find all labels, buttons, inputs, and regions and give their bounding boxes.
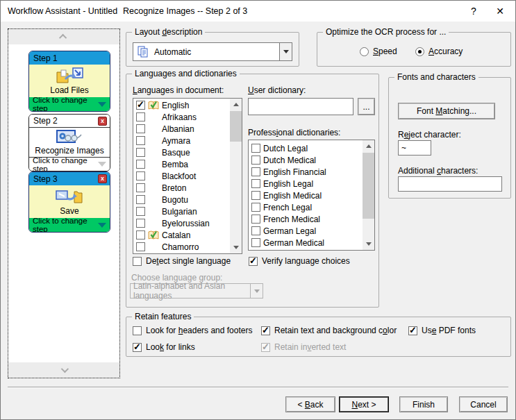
- step3-title: Step 3: [33, 174, 58, 184]
- language-checkbox[interactable]: [136, 160, 145, 169]
- use-pdf-fonts-row[interactable]: Use PDF fonts: [408, 326, 476, 335]
- dictionary-checkbox[interactable]: [251, 203, 260, 212]
- verify-language-choices-checkbox[interactable]: [249, 257, 258, 266]
- verify-language-choices-row[interactable]: Verify language choices: [249, 256, 350, 266]
- step-card-save[interactable]: Step 3 x Save Click to change step: [28, 171, 110, 233]
- dictionary-checkbox[interactable]: [251, 156, 260, 165]
- steps-scroll-down[interactable]: [8, 362, 119, 378]
- language-row[interactable]: Blackfoot: [133, 170, 230, 182]
- accuracy-radio-row[interactable]: Accuracy: [415, 47, 463, 56]
- step-card-load-files[interactable]: Step 1 Load Files Click to change step: [28, 51, 110, 112]
- language-row[interactable]: Catalan: [133, 229, 230, 241]
- professional-dictionaries-listbox[interactable]: Dutch Legal Dutch Medical English Financ…: [248, 140, 375, 251]
- language-row[interactable]: English: [133, 99, 230, 111]
- font-matching-button[interactable]: Font Matching...: [398, 103, 495, 119]
- language-checkbox[interactable]: [136, 171, 145, 180]
- step3-change-bar[interactable]: Click to change step: [29, 218, 110, 232]
- language-row[interactable]: Byelorussian: [133, 217, 230, 229]
- browse-dictionary-button[interactable]: ...: [358, 98, 375, 115]
- step-card-recognize-images[interactable]: Step 2 x Recognize Images Click to chang…: [28, 114, 110, 171]
- language-checkbox[interactable]: [136, 183, 145, 192]
- languages-scrollbar[interactable]: [230, 99, 242, 253]
- user-dictionary-input[interactable]: [248, 98, 353, 115]
- dictionary-checkbox[interactable]: [251, 238, 260, 247]
- retain-color-checkbox[interactable]: [261, 326, 270, 335]
- step1-change-bar[interactable]: Click to change step: [29, 97, 110, 111]
- help-icon[interactable]: ?: [464, 3, 483, 19]
- language-checkbox[interactable]: [136, 112, 145, 121]
- language-checkbox[interactable]: [136, 242, 145, 251]
- language-name: Breton: [162, 183, 186, 193]
- cancel-button[interactable]: Cancel: [459, 396, 508, 412]
- scrollbar-thumb[interactable]: [363, 153, 374, 219]
- language-checkbox[interactable]: [136, 219, 145, 228]
- dictionaries-scrollbar[interactable]: [363, 140, 374, 250]
- language-row[interactable]: Basque: [133, 146, 230, 158]
- look-for-links-row[interactable]: Look for links: [133, 342, 195, 352]
- next-button[interactable]: Next >: [339, 396, 389, 412]
- dictionary-row[interactable]: German Legal: [249, 225, 363, 237]
- language-row[interactable]: Albanian: [133, 123, 230, 135]
- step1-body[interactable]: Load Files: [29, 65, 110, 97]
- scroll-up-icon[interactable]: [230, 99, 242, 110]
- step3-body[interactable]: Save: [29, 185, 110, 218]
- language-checkbox[interactable]: [136, 124, 145, 133]
- headers-footers-checkbox[interactable]: [133, 326, 142, 335]
- language-checkbox[interactable]: [136, 148, 145, 157]
- step3-remove-icon[interactable]: x: [98, 174, 107, 183]
- scroll-up-icon[interactable]: [363, 140, 374, 152]
- dictionary-row[interactable]: English Medical: [249, 190, 363, 201]
- language-checkbox[interactable]: [136, 195, 145, 204]
- dictionary-row[interactable]: French Legal: [249, 201, 363, 213]
- dictionary-checkbox[interactable]: [251, 191, 260, 200]
- look-for-links-checkbox[interactable]: [133, 343, 142, 352]
- scrollbar-thumb[interactable]: [230, 111, 242, 142]
- dictionary-checkbox[interactable]: [251, 167, 260, 176]
- language-checkbox[interactable]: [136, 101, 145, 110]
- retain-inverted-checkbox: [261, 343, 270, 352]
- close-icon[interactable]: ✕: [490, 3, 510, 19]
- use-pdf-fonts-checkbox[interactable]: [408, 326, 417, 335]
- additional-characters-input[interactable]: [398, 176, 502, 192]
- language-row[interactable]: Bulgarian: [133, 205, 230, 217]
- dictionary-row[interactable]: English Legal: [249, 178, 363, 190]
- language-row[interactable]: Breton: [133, 182, 230, 194]
- language-row[interactable]: Afrikaans: [133, 111, 230, 123]
- language-row[interactable]: Bemba: [133, 158, 230, 170]
- back-button[interactable]: < Back: [285, 396, 335, 412]
- detect-single-language-row[interactable]: Detect single language: [133, 256, 231, 266]
- language-row[interactable]: Chamorro: [133, 241, 230, 253]
- reject-character-input[interactable]: [398, 140, 431, 156]
- step2-remove-icon[interactable]: x: [98, 117, 107, 126]
- dictionary-row[interactable]: German Medical: [249, 237, 363, 249]
- dictionary-checkbox[interactable]: [251, 179, 260, 188]
- dictionary-row[interactable]: French Medical: [249, 213, 363, 225]
- dictionary-name: English Financial: [263, 167, 326, 177]
- finish-button[interactable]: Finish: [399, 396, 448, 412]
- step2-body[interactable]: Recognize Images: [29, 128, 110, 157]
- scroll-down-icon[interactable]: [363, 238, 374, 250]
- headers-footers-row[interactable]: Look for headers and footers: [133, 326, 252, 335]
- retain-color-row[interactable]: Retain text and background color: [261, 326, 397, 335]
- languages-listbox[interactable]: English Afrikaans Albanian Aymara Basque: [133, 98, 242, 254]
- language-checkbox[interactable]: [136, 230, 145, 240]
- dictionary-row[interactable]: Dutch Medical: [249, 154, 363, 166]
- dictionary-checkbox[interactable]: [251, 144, 260, 153]
- language-checkbox[interactable]: [136, 136, 145, 145]
- combo-dropdown-button[interactable]: [279, 43, 292, 60]
- language-checkbox[interactable]: [136, 207, 145, 216]
- step2-change-bar[interactable]: Click to change step: [29, 157, 110, 171]
- dictionary-checkbox[interactable]: [251, 226, 260, 235]
- language-row[interactable]: Aymara: [133, 135, 230, 146]
- language-row[interactable]: Bugotu: [133, 194, 230, 205]
- scroll-down-icon[interactable]: [230, 242, 242, 253]
- speed-radio-row[interactable]: Speed: [360, 47, 397, 56]
- steps-scroll-up[interactable]: [8, 29, 119, 44]
- layout-description-combobox[interactable]: Automatic: [133, 42, 292, 61]
- dictionary-row[interactable]: Dutch Legal: [249, 142, 363, 154]
- accuracy-radio[interactable]: [415, 47, 424, 56]
- speed-radio[interactable]: [360, 47, 369, 56]
- dictionary-checkbox[interactable]: [251, 215, 260, 224]
- detect-single-language-checkbox[interactable]: [133, 257, 142, 266]
- dictionary-row[interactable]: English Financial: [249, 166, 363, 178]
